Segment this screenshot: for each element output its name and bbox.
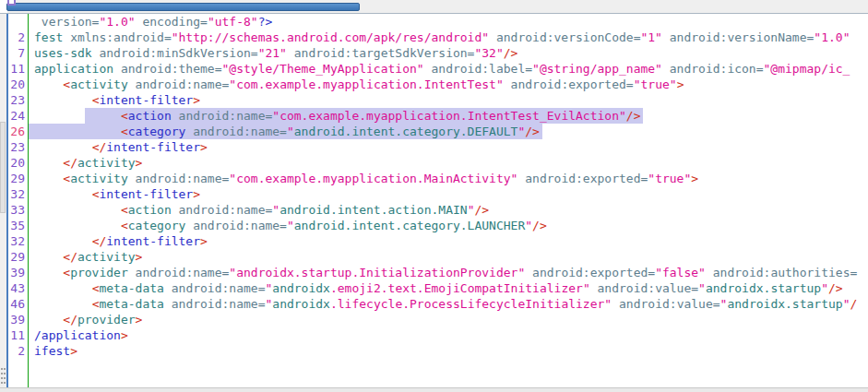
- code-token: androidx.startup: [706, 281, 821, 295]
- code-token: [34, 297, 92, 311]
- line-number: 29: [0, 171, 25, 186]
- line-number: 43: [0, 280, 25, 296]
- code-token: android:name=: [172, 203, 273, 217]
- code-line[interactable]: 26 <category android:name="android.inten…: [0, 124, 868, 139]
- code-token: </: [63, 313, 77, 327]
- code-token: <: [121, 109, 128, 123]
- code-line[interactable]: 11application android:theme="@style/Them…: [0, 61, 868, 77]
- code-line[interactable]: 7uses-sdk android:minSdkVersion="21" and…: [0, 45, 868, 61]
- code-line[interactable]: 24 <action android:name="com.example.mya…: [0, 108, 868, 124]
- code-token: android:name=: [128, 77, 230, 91]
- code-token: ?>: [258, 15, 273, 29]
- code-token: "com.example.myapplication.IntentTest_Ev…: [272, 109, 626, 123]
- code-token: >: [121, 328, 128, 342]
- code-text: </intent-filter>: [34, 234, 208, 248]
- code-token: [34, 203, 121, 217]
- code-token: android.intent.category.DEFAULT: [294, 125, 518, 138]
- code-token: android:name=: [172, 109, 273, 123]
- code-token: provider: [70, 266, 128, 279]
- code-token: "1.0": [99, 15, 135, 29]
- code-line[interactable]: 32 </intent-filter>: [0, 233, 868, 249]
- code-token: android:exported=: [504, 77, 634, 91]
- code-token: [34, 109, 85, 123]
- code-token: meta-data: [99, 281, 163, 295]
- line-number: 7: [0, 45, 25, 61]
- code-token: intent-filter: [106, 234, 200, 248]
- code-token: "21": [258, 46, 287, 60]
- code-token: .lifecycle.ProcessLifecycleInitializer: [330, 297, 604, 311]
- line-number: 2: [0, 30, 25, 45]
- code-line[interactable]: 20 <activity android:name="com.example.m…: [0, 77, 868, 92]
- code-token: android:value=: [590, 281, 698, 295]
- code-token: ": [272, 203, 279, 217]
- code-line[interactable]: 39 <provider android:name="androidx.star…: [0, 265, 868, 280]
- code-token: ": [604, 297, 612, 311]
- code-line[interactable]: 32 <intent-filter>: [0, 186, 868, 202]
- selection-highlight: <category android:name="android.intent.c…: [29, 124, 542, 139]
- horizontal-scrollbar-thumb[interactable]: [6, 3, 360, 11]
- code-token: />: [474, 203, 489, 217]
- code-token: android:minSdkVersion=: [92, 46, 258, 60]
- code-line[interactable]: 29 <activity android:name="com.example.m…: [0, 171, 868, 186]
- code-line[interactable]: 2fest xmlns:android="http://schemas.andr…: [0, 30, 868, 45]
- code-token: "@style/Theme_MyApplication": [222, 62, 424, 76]
- code-token: android:label=: [424, 62, 532, 76]
- code-token: [34, 234, 92, 248]
- line-number: 23: [0, 92, 25, 108]
- code-token: android:icon=: [662, 62, 764, 76]
- code-token: />: [532, 219, 547, 232]
- code-line[interactable]: 2ifest>: [0, 343, 868, 359]
- line-number: 39: [0, 265, 25, 280]
- code-token: /: [850, 297, 857, 311]
- code-text: <provider android:name="androidx.startup…: [34, 266, 857, 279]
- code-line[interactable]: 29 </activity>: [0, 249, 868, 265]
- code-line[interactable]: 46 <meta-data android:name="androidx.lif…: [0, 296, 868, 312]
- code-token: intent-filter: [106, 140, 200, 154]
- code-line[interactable]: 35 <category android:name="android.inten…: [0, 218, 868, 233]
- code-token: "32": [474, 46, 503, 60]
- code-text: <action android:name="com.example.myappl…: [34, 109, 643, 123]
- code-token: [34, 313, 63, 327]
- line-number: 46: [0, 296, 25, 312]
- code-token: "@string/app_name": [532, 62, 662, 76]
- code-token: >: [193, 187, 200, 201]
- code-token: android:name=: [128, 172, 230, 185]
- code-token: ": [698, 281, 706, 295]
- selection-highlight: <action android:name="com.example.myappl…: [85, 108, 644, 124]
- code-token: ": [287, 125, 294, 138]
- code-token: <: [121, 125, 128, 138]
- code-token: >: [193, 93, 200, 107]
- code-text: <activity android:name="com.example.myap…: [34, 172, 698, 185]
- code-token: android:name=: [185, 125, 287, 138]
- code-token: "true": [648, 172, 691, 185]
- code-token: [34, 156, 63, 170]
- code-line[interactable]: 23 <intent-filter>: [0, 92, 868, 108]
- code-line[interactable]: 23 </intent-filter>: [0, 139, 868, 155]
- code-line[interactable]: 43 <meta-data android:name="androidx.emo…: [0, 280, 868, 296]
- gutter-separator: [28, 14, 29, 388]
- code-token: .emoji2.text.EmojiCompatInitializer: [330, 281, 583, 295]
- code-token: "com.example.myapplication.MainActivity": [229, 172, 517, 185]
- code-line[interactable]: 11/application>: [0, 327, 868, 343]
- code-line[interactable]: version="1.0" encoding="utf-8"?>: [0, 14, 868, 30]
- code-text: </provider>: [34, 313, 142, 327]
- code-token: android:versionCode=: [489, 30, 640, 44]
- code-token: "@mipmap/ic_: [764, 62, 850, 76]
- code-token: [85, 109, 121, 123]
- bottom-edge-strip: [0, 387, 868, 392]
- line-number: 20: [0, 77, 25, 92]
- code-text: </activity>: [34, 156, 142, 170]
- code-token: <: [121, 203, 128, 217]
- code-line[interactable]: 39 </provider>: [0, 312, 868, 327]
- code-token: </: [92, 234, 107, 248]
- code-text: <intent-filter>: [34, 93, 200, 107]
- code-editor-area[interactable]: version="1.0" encoding="utf-8"?>2fest xm…: [0, 14, 868, 388]
- line-number: 32: [0, 233, 25, 249]
- code-token: [34, 77, 63, 91]
- code-token: <: [121, 219, 128, 232]
- code-text: <intent-filter>: [34, 187, 200, 201]
- code-line[interactable]: 33 <action android:name="android.intent.…: [0, 202, 868, 218]
- horizontal-scrollbar[interactable]: [0, 0, 868, 14]
- code-line[interactable]: 20 </activity>: [0, 155, 868, 171]
- code-token: ": [525, 219, 532, 232]
